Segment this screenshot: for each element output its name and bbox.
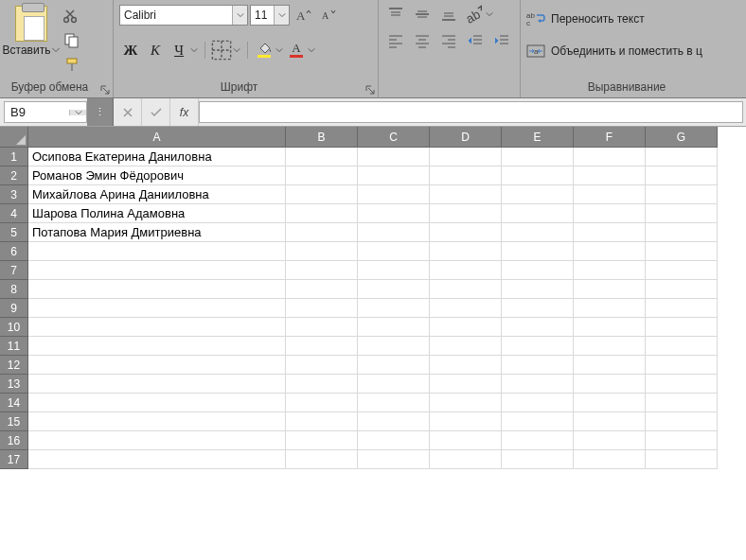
row-header-6[interactable]: 6	[0, 242, 28, 261]
cell-E7[interactable]	[502, 261, 574, 280]
cell-A5[interactable]: Потапова Мария Дмитриевна	[28, 223, 286, 242]
cell-F12[interactable]	[574, 356, 646, 375]
row-header-11[interactable]: 11	[0, 337, 28, 356]
column-header-D[interactable]: D	[430, 127, 502, 148]
row-header-17[interactable]: 17	[0, 450, 28, 469]
insert-function-button[interactable]: fx	[170, 98, 199, 126]
cell-D2[interactable]	[430, 166, 502, 185]
cell-E8[interactable]	[502, 280, 574, 299]
cell-E5[interactable]	[502, 223, 574, 242]
copy-button[interactable]	[61, 30, 83, 51]
cell-G10[interactable]	[646, 318, 718, 337]
cell-A12[interactable]	[28, 356, 286, 375]
borders-button[interactable]	[211, 40, 241, 61]
cell-D8[interactable]	[430, 280, 502, 299]
merge-center-button[interactable]: a Объединить и поместить в ц	[526, 40, 702, 62]
cell-G12[interactable]	[646, 356, 718, 375]
cell-B12[interactable]	[286, 356, 358, 375]
cell-E2[interactable]	[502, 166, 574, 185]
cell-C16[interactable]	[358, 431, 430, 450]
cell-E17[interactable]	[502, 450, 574, 469]
cell-A9[interactable]	[28, 299, 286, 318]
cell-C11[interactable]	[358, 337, 430, 356]
column-header-B[interactable]: B	[286, 127, 358, 148]
cell-G14[interactable]	[646, 394, 718, 412]
cell-G3[interactable]	[646, 185, 718, 204]
cell-F14[interactable]	[574, 394, 646, 412]
format-painter-button[interactable]	[61, 55, 83, 76]
cell-A10[interactable]	[28, 318, 286, 337]
italic-button[interactable]: К	[144, 40, 167, 61]
cell-A11[interactable]	[28, 337, 286, 356]
cell-E3[interactable]	[502, 185, 574, 204]
cell-C12[interactable]	[358, 356, 430, 375]
cell-C13[interactable]	[358, 375, 430, 394]
column-header-C[interactable]: C	[358, 127, 430, 148]
cell-G9[interactable]	[646, 299, 718, 318]
cell-A17[interactable]	[28, 450, 286, 469]
cell-C17[interactable]	[358, 450, 430, 469]
row-header-5[interactable]: 5	[0, 223, 28, 242]
cell-B3[interactable]	[286, 185, 358, 204]
row-header-15[interactable]: 15	[0, 412, 28, 431]
font-size-combo[interactable]: 11	[250, 5, 290, 26]
row-header-13[interactable]: 13	[0, 375, 28, 394]
cell-F10[interactable]	[574, 318, 646, 337]
cell-B4[interactable]	[286, 204, 358, 223]
cell-F3[interactable]	[574, 185, 646, 204]
cell-A2[interactable]: Романов Эмин Фёдорович	[28, 166, 286, 185]
cell-F13[interactable]	[574, 375, 646, 394]
cell-B8[interactable]	[286, 280, 358, 299]
wrap-text-button[interactable]: abc Переносить текст	[526, 8, 702, 30]
cell-A15[interactable]	[28, 412, 286, 431]
cell-E1[interactable]	[502, 148, 574, 166]
cell-F16[interactable]	[574, 431, 646, 450]
cell-C3[interactable]	[358, 185, 430, 204]
font-color-button[interactable]: А	[286, 40, 316, 61]
cell-E4[interactable]	[502, 204, 574, 223]
grow-font-button[interactable]: A	[292, 5, 314, 26]
align-right-button[interactable]	[437, 30, 460, 51]
cell-G17[interactable]	[646, 450, 718, 469]
column-header-F[interactable]: F	[574, 127, 646, 148]
cell-G4[interactable]	[646, 204, 718, 223]
cell-A6[interactable]	[28, 242, 286, 261]
orientation-button[interactable]: ab	[464, 4, 494, 25]
cell-F8[interactable]	[574, 280, 646, 299]
cell-C9[interactable]	[358, 299, 430, 318]
increase-indent-button[interactable]	[490, 30, 513, 51]
cell-B9[interactable]	[286, 299, 358, 318]
cell-G6[interactable]	[646, 242, 718, 261]
cell-D9[interactable]	[430, 299, 502, 318]
row-header-9[interactable]: 9	[0, 299, 28, 318]
decrease-indent-button[interactable]	[464, 30, 487, 51]
cell-G16[interactable]	[646, 431, 718, 450]
paste-button[interactable]: Вставить	[6, 2, 57, 57]
cell-G13[interactable]	[646, 375, 718, 394]
row-header-7[interactable]: 7	[0, 261, 28, 280]
cell-C6[interactable]	[358, 242, 430, 261]
row-header-8[interactable]: 8	[0, 280, 28, 299]
cell-D6[interactable]	[430, 242, 502, 261]
font-dialog-launcher[interactable]	[364, 84, 376, 96]
cell-C15[interactable]	[358, 412, 430, 431]
cell-A16[interactable]	[28, 431, 286, 450]
cell-D7[interactable]	[430, 261, 502, 280]
align-center-button[interactable]	[411, 30, 434, 51]
row-header-1[interactable]: 1	[0, 148, 28, 166]
cut-button[interactable]	[61, 6, 83, 26]
enter-formula-button[interactable]	[142, 98, 170, 126]
cell-G5[interactable]	[646, 223, 718, 242]
cell-E9[interactable]	[502, 299, 574, 318]
cell-B16[interactable]	[286, 431, 358, 450]
select-all-corner[interactable]	[0, 127, 28, 148]
cell-F1[interactable]	[574, 148, 646, 166]
cell-D15[interactable]	[430, 412, 502, 431]
column-header-A[interactable]: A	[28, 127, 286, 148]
cell-C7[interactable]	[358, 261, 430, 280]
cell-B5[interactable]	[286, 223, 358, 242]
font-name-combo[interactable]: Calibri	[119, 5, 248, 26]
cell-C10[interactable]	[358, 318, 430, 337]
cell-D5[interactable]	[430, 223, 502, 242]
cell-E14[interactable]	[502, 394, 574, 412]
